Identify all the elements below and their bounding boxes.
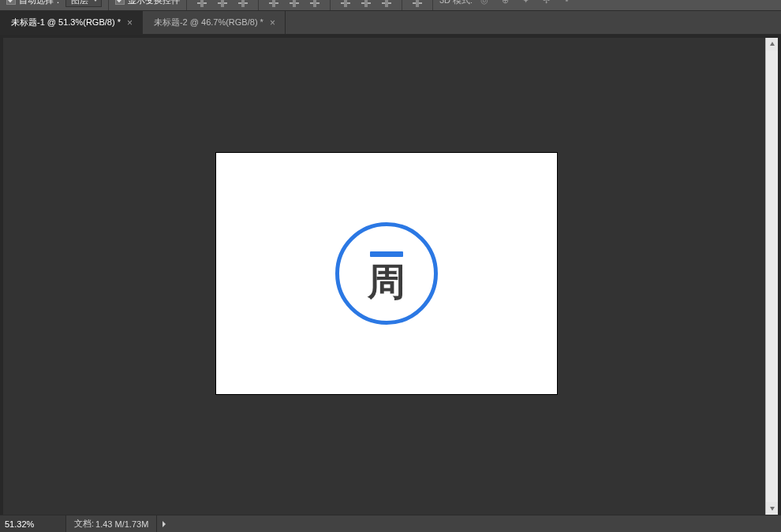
align-group-1 [189, 0, 256, 10]
auto-select-dropdown[interactable]: 图层 [65, 0, 102, 7]
mode3d-label: 3D 模式: [439, 0, 473, 6]
align-top-icon[interactable] [193, 0, 211, 8]
zoom-value: 51.32% [5, 519, 34, 529]
close-icon[interactable]: × [268, 17, 277, 28]
distribute-v-icon[interactable] [357, 0, 375, 8]
vertical-scrollbar[interactable] [765, 38, 778, 515]
workarea-wrap: 周 [0, 35, 781, 515]
arrange-icon[interactable] [409, 0, 426, 8]
separator-icon [402, 0, 402, 10]
zoom-field[interactable]: 51.32% [0, 515, 66, 532]
separator-icon [432, 0, 433, 10]
roll-3d-icon[interactable]: ✦ [517, 0, 534, 8]
pan-3d-icon[interactable]: ⊕ [496, 0, 514, 8]
distribute-group [332, 0, 400, 10]
slide-3d-icon[interactable]: ✢ [537, 0, 555, 8]
mode3d-group: 3D 模式: ◎ ⊕ ✦ ✢ ⋆ [435, 0, 580, 10]
document-tabstrip: 未标题-1 @ 51.3%(RGB/8) * × 未标题-2 @ 46.7%(R… [0, 11, 781, 35]
align-right-icon[interactable] [306, 0, 323, 8]
svg-marker-0 [770, 42, 775, 46]
separator-icon [330, 0, 331, 10]
options-bar: 自动选择： 图层 显示变换控件 3D 模式: ◎ ⊕ ✦ ✢ ⋆ [0, 0, 781, 11]
transform-controls-label: 显示变换控件 [128, 0, 180, 6]
scroll-up-arrow-icon[interactable] [766, 38, 778, 50]
logo-bar-icon [370, 251, 403, 257]
document-tab-1[interactable]: 未标题-1 @ 51.3%(RGB/8) * × [0, 11, 143, 34]
svg-marker-1 [770, 507, 775, 511]
document-tab-2-label: 未标题-2 @ 46.7%(RGB/8) * [154, 17, 263, 28]
auto-select-value: 图层 [71, 0, 88, 6]
align-hcenter-icon[interactable] [286, 0, 303, 8]
align-bottom-icon[interactable] [234, 0, 252, 8]
doc-size-label: 文档: [74, 518, 94, 530]
align-vcenter-icon[interactable] [214, 0, 231, 8]
arrange-group [404, 0, 431, 10]
transform-controls-group: 显示变换控件 [110, 0, 185, 10]
separator-icon [186, 0, 187, 10]
separator-icon [108, 0, 109, 10]
auto-select-label: 自动选择： [19, 0, 62, 6]
distribute-spacing-icon[interactable] [378, 0, 395, 8]
close-icon[interactable]: × [125, 17, 134, 28]
canvas-viewport[interactable]: 周 [3, 38, 765, 515]
orbit-3d-icon[interactable]: ◎ [476, 0, 493, 8]
distribute-h-icon[interactable] [337, 0, 354, 8]
doc-size-value: 1.43 M/1.73M [95, 519, 148, 529]
scroll-down-arrow-icon[interactable] [766, 502, 778, 515]
auto-select-checkbox-icon[interactable] [6, 0, 16, 5]
logo-circle-icon: 周 [335, 222, 438, 325]
document-size-info[interactable]: 文档: 1.43 M/1.73M [66, 515, 157, 532]
scrollbar-track[interactable] [766, 50, 778, 502]
status-bar: 51.32% 文档: 1.43 M/1.73M [0, 515, 781, 532]
align-group-2 [260, 0, 328, 10]
document-tab-1-label: 未标题-1 @ 51.3%(RGB/8) * [11, 17, 121, 28]
document-canvas[interactable]: 周 [216, 153, 557, 394]
svg-marker-2 [163, 521, 166, 527]
align-left-icon[interactable] [265, 0, 282, 8]
status-menu-caret-icon[interactable] [157, 515, 171, 532]
scale-3d-icon[interactable]: ⋆ [558, 0, 575, 8]
logo-glyph: 周 [368, 263, 405, 301]
transform-controls-checkbox-icon[interactable] [115, 0, 125, 5]
auto-select-group: 自动选择： 图层 [2, 0, 106, 10]
separator-icon [258, 0, 259, 10]
document-tab-2[interactable]: 未标题-2 @ 46.7%(RGB/8) * × [143, 11, 286, 34]
